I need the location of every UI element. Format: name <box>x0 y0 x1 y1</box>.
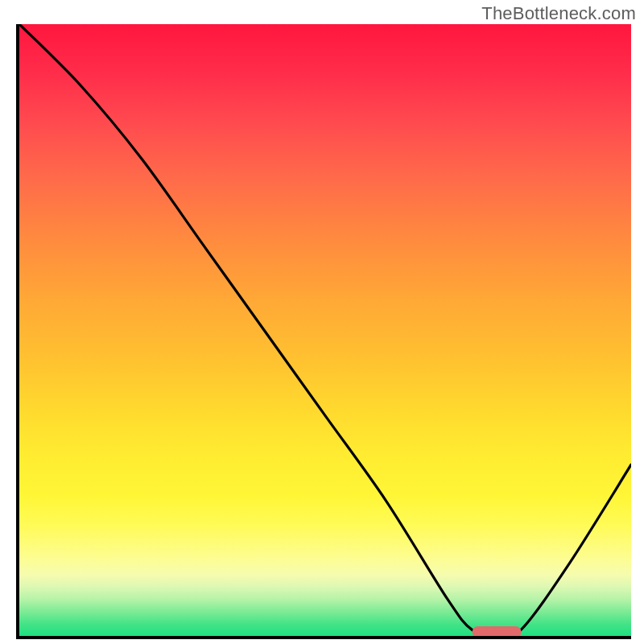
curve-path <box>19 24 631 636</box>
watermark-label: TheBottleneck.com <box>481 3 636 24</box>
chart-container: TheBottleneck.com <box>0 0 644 644</box>
plot-area <box>16 24 631 639</box>
bottleneck-curve <box>19 24 631 636</box>
optimal-marker <box>472 626 521 638</box>
